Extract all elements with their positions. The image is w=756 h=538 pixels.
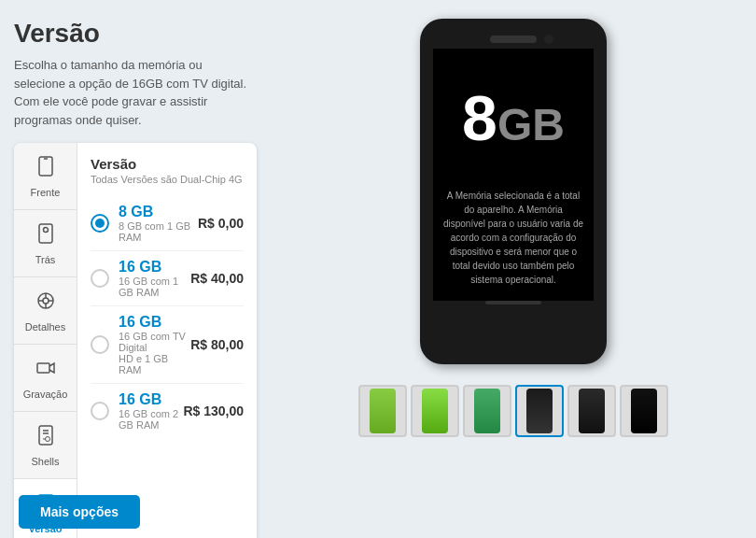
option-16gb-tv-price: R$ 80,00	[190, 337, 244, 352]
phone-size-unit: GB	[497, 103, 565, 148]
thumbnail-5[interactable]	[567, 385, 616, 437]
svg-rect-10	[37, 363, 49, 373]
option-8gb-details: 8 GB 8 GB com 1 GB RAM	[119, 204, 198, 243]
tras-label: Trás	[35, 254, 56, 265]
thumbnail-6[interactable]	[620, 385, 668, 437]
thumb-phone-3	[474, 389, 500, 433]
phone-screen: 8 GB A Memória selecionada é a total do …	[433, 49, 594, 301]
thumbnail-strip	[358, 385, 668, 437]
option-8gb-desc: 8 GB com 1 GB RAM	[119, 220, 198, 243]
sidebar-nav: Frente Trás	[14, 143, 77, 538]
sidebar-item-gravacao[interactable]: Gravação	[14, 345, 77, 412]
option-8gb-price: R$ 0,00	[198, 216, 244, 231]
svg-point-3	[43, 227, 48, 232]
option-16gb-tv[interactable]: 16 GB 16 GB com TV DigitalHD e 1 GB RAM …	[91, 306, 244, 384]
phone-body: 8 GB A Memória selecionada é a total do …	[420, 19, 607, 364]
frente-icon	[35, 155, 57, 183]
tras-icon	[35, 222, 57, 250]
page-title: Versão	[14, 19, 257, 49]
thumbnail-3[interactable]	[463, 385, 511, 437]
radio-8gb[interactable]	[91, 214, 109, 233]
frente-label: Frente	[31, 187, 61, 198]
svg-rect-11	[39, 426, 52, 445]
detalhes-icon	[35, 290, 57, 318]
option-8gb[interactable]: 8 GB 8 GB com 1 GB RAM R$ 0,00	[91, 196, 244, 251]
option-16gb-2-desc: 16 GB com 2 GB RAM	[119, 408, 183, 431]
radio-16gb-2[interactable]	[91, 402, 109, 420]
shells-label: Shells	[32, 456, 60, 467]
svg-rect-0	[39, 157, 52, 176]
phone-bottom-bar	[485, 301, 541, 304]
gravacao-label: Gravação	[23, 389, 68, 400]
configurator: Frente Trás	[14, 143, 257, 538]
thumb-phone-2	[422, 389, 448, 433]
sidebar-item-shells[interactable]: Shells	[14, 412, 77, 479]
option-8gb-name: 8 GB	[119, 204, 198, 220]
thumb-phone-1	[370, 389, 396, 433]
option-16gb-1[interactable]: 16 GB 16 GB com 1 GB RAM R$ 40,00	[91, 251, 244, 306]
shells-icon	[35, 424, 57, 452]
thumb-phone-5	[579, 389, 605, 433]
sidebar-item-tras[interactable]: Trás	[14, 210, 77, 277]
option-16gb-tv-details: 16 GB 16 GB com TV DigitalHD e 1 GB RAM	[119, 314, 190, 375]
thumbnail-2[interactable]	[411, 385, 459, 437]
thumb-phone-4	[526, 389, 553, 433]
option-16gb-2-price: R$ 130,00	[183, 404, 244, 418]
more-options-button[interactable]: Mais opções	[19, 495, 140, 529]
radio-16gb-1[interactable]	[91, 269, 109, 288]
detalhes-label: Detalhes	[25, 321, 65, 333]
phone-container: 8 GB A Memória selecionada é a total do …	[420, 19, 607, 374]
options-subtitle: Todas Versões são Dual-Chip 4G	[91, 174, 244, 185]
svg-point-14	[45, 436, 49, 441]
left-panel: Versão Escolha o tamanho da memória ou s…	[0, 0, 271, 538]
page-description: Escolha o tamanho da memória ou selecion…	[14, 56, 257, 129]
sidebar-item-detalhes[interactable]: Detalhes	[14, 277, 77, 345]
svg-point-5	[43, 298, 49, 304]
option-16gb-1-details: 16 GB 16 GB com 1 GB RAM	[119, 259, 190, 298]
option-16gb-1-name: 16 GB	[119, 259, 190, 276]
thumbnail-1[interactable]	[358, 385, 407, 437]
phone-size-number: 8	[462, 86, 497, 149]
option-16gb-tv-desc: 16 GB com TV DigitalHD e 1 GB RAM	[119, 331, 190, 375]
radio-16gb-tv[interactable]	[91, 335, 109, 354]
right-panel: 8 GB A Memória selecionada é a total do …	[271, 0, 756, 538]
thumb-phone-6	[631, 389, 657, 433]
option-16gb-tv-name: 16 GB	[119, 314, 190, 331]
option-16gb-2[interactable]: 16 GB 16 GB com 2 GB RAM R$ 130,00	[91, 384, 244, 438]
option-16gb-2-name: 16 GB	[119, 391, 183, 408]
thumbnail-4[interactable]	[515, 385, 564, 437]
options-panel: Versão Todas Versões são Dual-Chip 4G 8 …	[77, 143, 257, 538]
gravacao-icon	[35, 357, 57, 385]
phone-speaker	[490, 35, 537, 43]
phone-info-text: A Memória selecionada é a total do apare…	[442, 189, 584, 287]
options-title: Versão	[91, 156, 244, 172]
option-16gb-1-price: R$ 40,00	[190, 271, 244, 286]
option-16gb-2-details: 16 GB 16 GB com 2 GB RAM	[119, 391, 183, 431]
sidebar-item-frente[interactable]: Frente	[14, 143, 77, 210]
option-16gb-1-desc: 16 GB com 1 GB RAM	[119, 276, 190, 298]
